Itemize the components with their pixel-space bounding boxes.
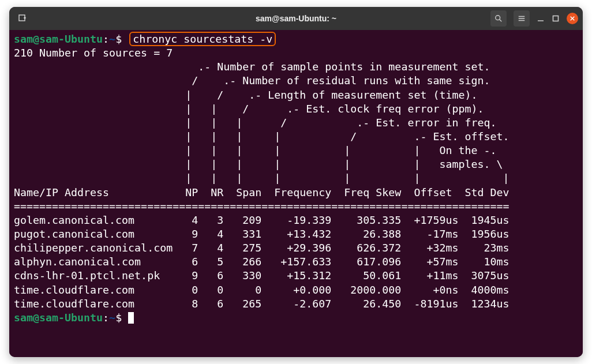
svg-rect-9 (553, 16, 559, 21)
prompt-path: ~ (109, 33, 115, 45)
svg-line-4 (500, 20, 502, 22)
prompt-line-empty: sam@sam-Ubuntu:~$ (14, 311, 578, 325)
svg-point-3 (496, 16, 500, 20)
ascii-legend: .- Number of sample points in measuremen… (14, 61, 509, 184)
terminal-window: sam@sam-Ubuntu: ~ sam@sam-Ubuntu:~$ chro… (9, 7, 583, 357)
titlebar: sam@sam-Ubuntu: ~ (9, 7, 583, 30)
maximize-button[interactable] (552, 14, 560, 22)
new-tab-button[interactable] (14, 10, 31, 27)
minimize-icon (537, 15, 544, 22)
cursor (128, 312, 134, 324)
prompt-user-host: sam@sam-Ubuntu (14, 33, 103, 45)
separator-line: ========================================… (14, 200, 578, 213)
columns-header: Name/IP Address NP NR Span Frequency Fre… (14, 186, 578, 200)
new-tab-icon (18, 14, 27, 23)
search-button[interactable] (490, 10, 507, 27)
maximize-icon (552, 15, 559, 22)
search-icon (494, 14, 503, 22)
command-highlight: chronyc sourcestats -v (129, 32, 276, 46)
command-text: chronyc sourcestats -v (133, 33, 272, 45)
close-button[interactable] (567, 13, 578, 24)
window-title: sam@sam-Ubuntu: ~ (256, 14, 336, 23)
terminal-body[interactable]: sam@sam-Ubuntu:~$ chronyc sourcestats -v… (9, 30, 583, 357)
prompt-symbol: $ (115, 33, 122, 45)
minimize-button[interactable] (537, 14, 545, 22)
menu-button[interactable] (514, 10, 530, 27)
prompt-sep: : (103, 33, 109, 45)
prompt-line: sam@sam-Ubuntu:~$ chronyc sourcestats -v (14, 32, 578, 46)
close-icon (569, 16, 575, 21)
output-header: 210 Number of sources = 7 (14, 46, 578, 60)
data-rows: golem.canonical.com 4 3 209 -19.339 305.… (14, 214, 509, 310)
hamburger-icon (518, 14, 526, 22)
